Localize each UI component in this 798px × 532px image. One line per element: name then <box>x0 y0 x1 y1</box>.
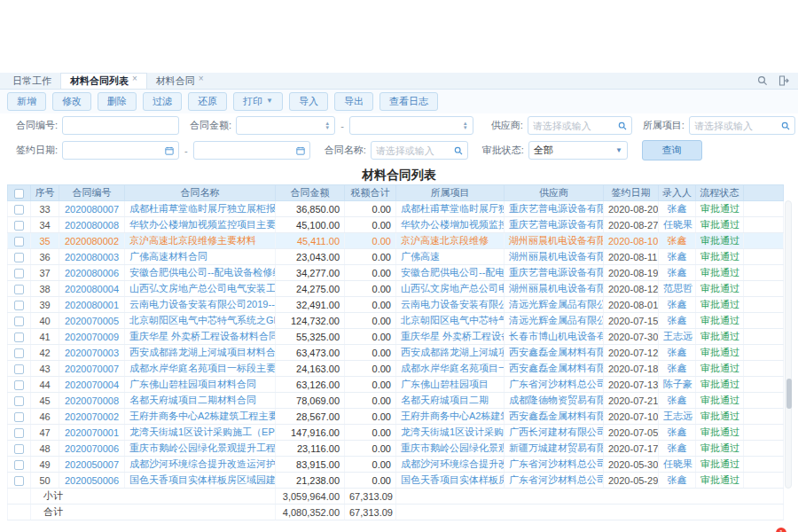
table-row[interactable]: 452020070008名都天府城项目二期材料合同78,069.000.00名都… <box>8 393 784 409</box>
contract-name-link[interactable]: 名都天府城项目二期材料合同 <box>125 393 276 409</box>
supplier-link[interactable]: 清远光辉金属品有限公司 <box>505 313 604 329</box>
toolbar-button-导出[interactable]: 导出 <box>334 92 373 110</box>
table-row[interactable]: 402020070005北京朝阳区电气中芯特气系统之GMS安装材料...124,… <box>8 313 784 329</box>
close-icon[interactable]: × <box>199 74 204 83</box>
project-input[interactable] <box>689 116 795 135</box>
flow-status-link[interactable]: 审批通过 <box>696 361 744 377</box>
tab-材料合同[interactable]: 材料合同× <box>147 73 213 89</box>
table-row[interactable]: 362020080003广佛高速材料合同23,043.000.00广佛高速湖州丽… <box>8 249 784 265</box>
table-row[interactable]: 392020080001云南电力设备安装有限公司2019--2020年度劳...… <box>8 297 784 313</box>
contract-code-link[interactable]: 2020080006 <box>59 265 125 281</box>
table-row[interactable]: 442020070004广东佛山碧桂园项目材料合同63,126.000.00广东… <box>8 377 784 393</box>
row-checkbox[interactable] <box>14 412 24 422</box>
contract-code-link[interactable]: 2020080007 <box>59 201 125 217</box>
scrollbar-thumb[interactable] <box>786 379 792 409</box>
contract-name-input[interactable] <box>371 141 468 160</box>
supplier-link[interactable]: 长春市博山机电设备有限公司 <box>505 329 604 345</box>
project-link[interactable]: 重庆市鹅岭公园绿化景观提升工程施工 <box>396 441 505 457</box>
row-checkbox[interactable] <box>14 205 24 215</box>
toolbar-button-打印[interactable]: 打印▼ <box>233 92 283 110</box>
row-checkbox[interactable] <box>14 237 24 246</box>
row-checkbox[interactable] <box>14 396 24 406</box>
row-checkbox[interactable] <box>14 269 24 278</box>
project-link[interactable]: 华软办公楼增加视频监控项目 <box>396 217 505 233</box>
row-checkbox[interactable] <box>14 332 24 342</box>
entry-user-link[interactable]: 王志远 <box>659 329 696 345</box>
toolbar-button-导入[interactable]: 导入 <box>289 92 328 110</box>
project-link[interactable]: 京沪高速北京段维修 <box>396 233 505 249</box>
table-row[interactable]: 342020080008华软办公楼增加视频监控项目主要材料45,100.000.… <box>8 217 784 233</box>
entry-user-link[interactable]: 张鑫 <box>659 393 696 409</box>
contract-code-link[interactable]: 2020080008 <box>59 217 125 233</box>
contract-name-link[interactable]: 王府井商务中心A2栋建筑工程主要材料 <box>125 409 276 425</box>
search-icon[interactable] <box>757 75 768 86</box>
contract-code-link[interactable]: 2020070002 <box>59 409 125 425</box>
toolbar-button-过滤[interactable]: 过滤 <box>143 92 182 110</box>
flow-status-link[interactable]: 审批通过 <box>696 409 744 425</box>
project-link[interactable]: 山西弘文房地产总公司电气安装工程 <box>396 281 505 297</box>
amount-min-field[interactable] <box>241 121 325 131</box>
contract-code-link[interactable]: 2020080002 <box>59 233 125 249</box>
supplier-link[interactable]: 西安鑫磊金属材料有限公司 <box>505 345 604 361</box>
tab-日常工作[interactable]: 日常工作 <box>4 73 60 89</box>
entry-user-link[interactable]: 张鑫 <box>659 201 696 217</box>
supplier-link[interactable]: 清远光辉金属品有限公司 <box>505 297 604 313</box>
project-link[interactable]: 广东佛山碧桂园项目 <box>396 377 505 393</box>
entry-user-link[interactable]: 张鑫 <box>659 425 696 441</box>
row-checkbox[interactable] <box>14 285 24 294</box>
entry-user-link[interactable]: 陈子豪 <box>659 377 696 393</box>
project-link[interactable]: 成都沙河环境综合提升改造运河护岸... <box>396 457 505 473</box>
contract-code-link[interactable]: 2020070009 <box>59 329 125 345</box>
table-row[interactable]: 462020070002王府井商务中心A2栋建筑工程主要材料28,567.000… <box>8 409 784 425</box>
toolbar-button-修改[interactable]: 修改 <box>52 92 91 110</box>
project-link[interactable]: 广佛高速 <box>396 249 505 265</box>
supplier-link[interactable]: 湖州丽晨机电设备有限公司 <box>505 249 604 265</box>
project-link[interactable]: 成都水岸华庭名苑项目一标段 <box>396 361 505 377</box>
supplier-link[interactable]: 重庆艺普电源设备有限公司 <box>505 201 604 217</box>
toolbar-button-新增[interactable]: 新增 <box>7 92 46 110</box>
row-checkbox[interactable] <box>14 364 24 374</box>
flow-status-link[interactable]: 审批通过 <box>696 313 744 329</box>
spinner-icon[interactable]: ▲▼ <box>325 121 330 130</box>
supplier-link[interactable]: 广西长河建材有限公司 <box>505 425 604 441</box>
supplier-link[interactable]: 重庆艺普电源设备有限公司 <box>505 265 604 281</box>
supplier-link[interactable]: 广东省河沙材料总公司 <box>505 473 604 489</box>
contract-name-link[interactable]: 云南电力设备安装有限公司2019--2020年度劳... <box>125 297 276 313</box>
toolbar-button-删除[interactable]: 删除 <box>98 92 137 110</box>
contract-name-link[interactable]: 成都水岸华庭名苑项目一标段主要材料 <box>125 361 276 377</box>
project-link[interactable]: 名都天府城项目二期 <box>396 393 505 409</box>
row-checkbox[interactable] <box>14 476 24 486</box>
entry-user-link[interactable]: 张鑫 <box>659 249 696 265</box>
contract-code-link[interactable]: 2020070004 <box>59 377 125 393</box>
logout-icon[interactable] <box>778 75 789 86</box>
amount-max-input[interactable]: ▲▼ <box>349 116 473 135</box>
flow-status-link[interactable]: 审批通过 <box>696 297 744 313</box>
table-row[interactable]: 472020070001龙湾天街城1区设计采购施工（EPC）总承包...147,… <box>8 425 784 441</box>
flow-status-link[interactable]: 审批通过 <box>696 217 744 233</box>
entry-user-link[interactable]: 张鑫 <box>659 297 696 313</box>
row-checkbox[interactable] <box>14 428 24 438</box>
entry-user-link[interactable]: 张鑫 <box>659 441 696 457</box>
contract-name-link[interactable]: 华软办公楼增加视频监控项目主要材料 <box>125 217 276 233</box>
select-all-checkbox[interactable] <box>14 189 24 199</box>
sign-date-end-input[interactable] <box>193 141 310 160</box>
table-row[interactable]: 352020080002京沪高速北京段维修主要材料45,411.000.00京沪… <box>8 233 784 249</box>
contract-code-link[interactable]: 2020070007 <box>59 361 125 377</box>
row-checkbox[interactable] <box>14 348 24 358</box>
row-checkbox[interactable] <box>14 301 24 310</box>
flow-status-link[interactable]: 审批通过 <box>696 201 744 217</box>
contract-code-link[interactable]: 2020050006 <box>59 473 125 489</box>
project-link[interactable]: 龙湾天街城1区设计采购施工（EPC）... <box>396 425 505 441</box>
flow-status-link[interactable]: 审批通过 <box>696 281 744 297</box>
flow-status-link[interactable]: 审批通过 <box>696 473 744 489</box>
vertical-scrollbar[interactable] <box>785 200 792 489</box>
toolbar-button-查看日志[interactable]: 查看日志 <box>379 92 438 110</box>
flow-status-link[interactable]: 审批通过 <box>696 393 744 409</box>
supplier-input[interactable] <box>528 116 632 135</box>
contract-name-link[interactable]: 京沪高速北京段维修主要材料 <box>125 233 276 249</box>
contract-code-link[interactable]: 2020070001 <box>59 425 125 441</box>
supplier-link[interactable]: 湖州丽晨机电设备有限公司 <box>505 281 604 297</box>
table-row[interactable]: 492020050007成都沙河环境综合提升改造运河护岸维修改造...83,91… <box>8 457 784 473</box>
row-checkbox[interactable] <box>14 317 24 326</box>
flow-status-link[interactable]: 审批通过 <box>696 377 744 393</box>
